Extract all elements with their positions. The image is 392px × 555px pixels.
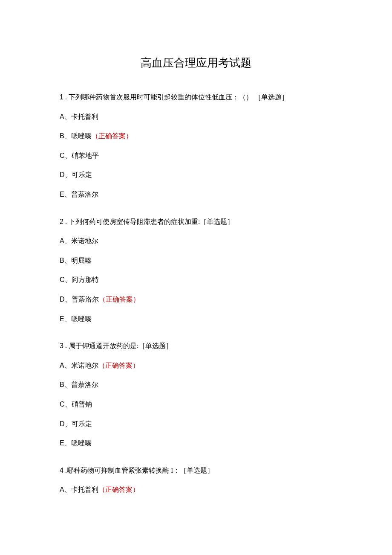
question-number: 1 xyxy=(60,93,63,101)
option-text: 可乐定 xyxy=(72,171,92,178)
option: B、普萘洛尔 xyxy=(60,379,332,390)
option-letter: C、 xyxy=(60,276,72,283)
option-letter: D、 xyxy=(60,296,72,303)
correct-answer-label: （正确答案） xyxy=(98,486,139,493)
question-stem: 属于钾通道开放药的是:［单选题］ xyxy=(69,342,173,349)
option-letter: C、 xyxy=(60,401,72,408)
option: D、可乐定 xyxy=(60,169,332,180)
option-letter: B、 xyxy=(60,257,71,264)
question-stem: 下列何药可使房室传导阻滞患者的症状加重:［单选题］ xyxy=(69,218,234,225)
option-text: 明屈嗪 xyxy=(71,257,92,264)
option-letter: A、 xyxy=(60,237,71,244)
option-letter: C、 xyxy=(60,152,72,159)
option-text: 阿方那特 xyxy=(72,276,99,283)
option: B、明屈嗪 xyxy=(60,255,332,266)
correct-answer-label: （正确答案） xyxy=(99,296,140,303)
correct-answer-label: （正确答案） xyxy=(92,132,133,139)
option-letter: E、 xyxy=(60,439,71,447)
correct-answer-label: （正确答案） xyxy=(98,362,139,369)
question-number: 4 xyxy=(60,467,63,474)
question-text: 1 . 下列哪种药物首次服用时可能引起较重的体位性低血压：（） ［单选题］ xyxy=(60,92,332,103)
question-block: 4 .哪种药物可抑制血管紧张素转换酶 I：［单选题］A、卡托普利（正确答案） xyxy=(60,465,332,495)
option: A、卡托普利 xyxy=(60,111,332,122)
question-text: 2 . 下列何药可使房室传导阻滞患者的症状加重:［单选题］ xyxy=(60,216,332,227)
option-letter: E、 xyxy=(60,191,71,198)
option-letter: A、 xyxy=(60,113,71,120)
option: E、哌唑嗪 xyxy=(60,438,332,449)
question-block: 3 . 属于钾通道开放药的是:［单选题］A、米诺地尔（正确答案）B、普萘洛尔C、… xyxy=(60,340,332,449)
question-text: 4 .哪种药物可抑制血管紧张素转换酶 I：［单选题］ xyxy=(60,465,332,476)
question-separator: . xyxy=(63,93,69,101)
question-number: 3 xyxy=(60,342,63,349)
option-text: 硝普钠 xyxy=(72,401,92,408)
option-text: 卡托普利 xyxy=(71,486,98,493)
question-number: 2 xyxy=(60,218,63,225)
option-text: 卡托普利 xyxy=(71,113,98,120)
option-letter: B、 xyxy=(60,381,71,388)
question-text: 3 . 属于钾通道开放药的是:［单选题］ xyxy=(60,340,332,352)
option: A、卡托普利（正确答案） xyxy=(60,484,332,495)
option-text: 硝苯地平 xyxy=(72,152,99,159)
option-letter: B、 xyxy=(60,132,71,139)
option-text: 哌唑嗪 xyxy=(71,315,92,323)
option-text: 普萘洛尔 xyxy=(71,191,98,198)
option: C、硝苯地平 xyxy=(60,150,332,161)
option: B、哌唑嗪（正确答案） xyxy=(60,131,332,142)
questions-container: 1 . 下列哪种药物首次服用时可能引起较重的体位性低血压：（） ［单选题］A、卡… xyxy=(60,92,332,495)
option-text: 普萘洛尔 xyxy=(71,381,98,388)
option-letter: D、 xyxy=(60,420,72,427)
question-block: 2 . 下列何药可使房室传导阻滞患者的症状加重:［单选题］A、米诺地尔B、明屈嗪… xyxy=(60,216,332,325)
question-separator: . xyxy=(63,218,69,225)
option-text: 普萘洛尔 xyxy=(72,296,99,303)
question-separator: . xyxy=(63,342,69,349)
question-block: 1 . 下列哪种药物首次服用时可能引起较重的体位性低血压：（） ［单选题］A、卡… xyxy=(60,92,332,200)
option-text: 米诺地尔 xyxy=(71,237,98,244)
option-letter: E、 xyxy=(60,315,71,323)
option: D、可乐定 xyxy=(60,418,332,430)
page-title: 高血压合理应用考试题 xyxy=(60,55,332,70)
option-text: 哌唑嗪 xyxy=(71,132,92,139)
option: D、普萘洛尔（正确答案） xyxy=(60,294,332,305)
option: C、阿方那特 xyxy=(60,274,332,285)
option-text: 可乐定 xyxy=(72,420,92,427)
option: A、米诺地尔（正确答案） xyxy=(60,360,332,371)
option: C、硝普钠 xyxy=(60,399,332,410)
option-letter: A、 xyxy=(60,362,71,369)
option: A、米诺地尔 xyxy=(60,235,332,247)
option-text: 米诺地尔 xyxy=(71,362,98,369)
option-text: 哌唑嗪 xyxy=(71,439,92,447)
question-stem: 下列哪种药物首次服用时可能引起较重的体位性低血压：（） ［单选题］ xyxy=(69,93,288,101)
option-letter: A、 xyxy=(60,486,71,493)
option: E、哌唑嗪 xyxy=(60,314,332,325)
question-stem: 哪种药物可抑制血管紧张素转换酶 I：［单选题］ xyxy=(67,467,214,474)
option-letter: D、 xyxy=(60,171,72,178)
option: E、普萘洛尔 xyxy=(60,189,332,200)
question-separator: . xyxy=(63,467,67,474)
